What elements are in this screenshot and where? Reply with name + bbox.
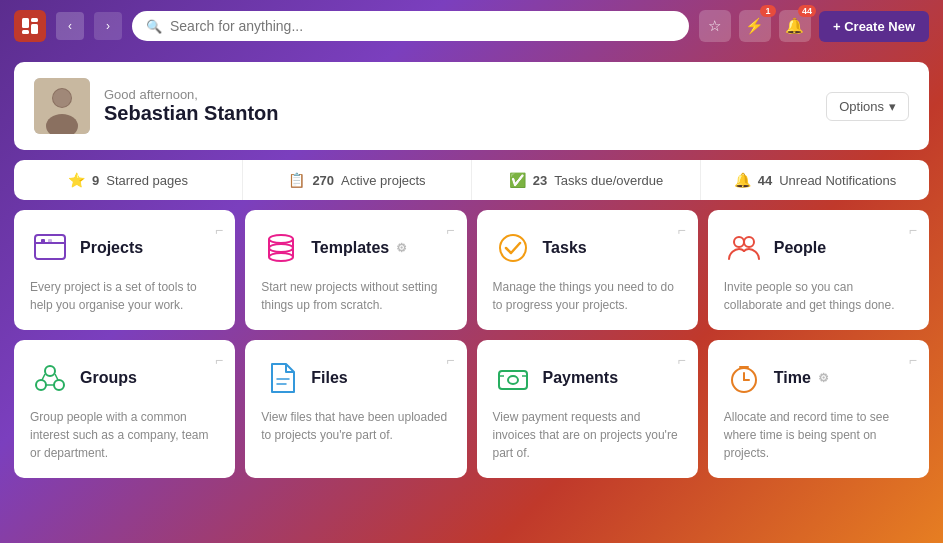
header-actions: ☆ ⚡ 1 🔔 44 + Create New (699, 10, 929, 42)
forward-button[interactable]: › (94, 12, 122, 40)
alert-icon: ⚡ (745, 17, 764, 35)
starred-button[interactable]: ☆ (699, 10, 731, 42)
time-settings-icon: ⚙ (818, 371, 829, 385)
groups-header: Groups (30, 358, 219, 398)
templates-icon (261, 228, 301, 268)
projects-header: Projects (30, 228, 219, 268)
stat-projects[interactable]: 📋 270 Active projects (243, 160, 472, 200)
groups-desc: Group people with a common interest such… (30, 408, 219, 462)
tasks-count: 23 (533, 173, 547, 188)
svg-point-18 (744, 237, 754, 247)
search-icon: 🔍 (146, 19, 162, 34)
starred-label: Starred pages (106, 173, 188, 188)
stat-tasks[interactable]: ✅ 23 Tasks due/overdue (472, 160, 701, 200)
projects-desc: Every project is a set of tools to help … (30, 278, 219, 314)
time-arrow-icon: ⌐ (909, 352, 917, 368)
card-payments[interactable]: ⌐ Payments View payment requests and inv… (477, 340, 698, 478)
notification-button[interactable]: 🔔 44 (779, 10, 811, 42)
main-content: Good afternoon, Sebastian Stanton Option… (0, 52, 943, 492)
people-title: People (774, 239, 826, 257)
projects-arrow-icon: ⌐ (215, 222, 223, 238)
projects-icon (30, 228, 70, 268)
templates-desc: Start new projects without setting thing… (261, 278, 450, 314)
options-button[interactable]: Options ▾ (826, 92, 909, 121)
files-title: Files (311, 369, 347, 387)
projects-title: Projects (80, 239, 143, 257)
card-projects[interactable]: ⌐ Projects Every project is a set of too… (14, 210, 235, 330)
svg-point-19 (45, 366, 55, 376)
svg-point-16 (500, 235, 526, 261)
cards-grid: ⌐ Projects Every project is a set of too… (14, 210, 929, 478)
chevron-down-icon: ▾ (889, 99, 896, 114)
search-bar: 🔍 (132, 11, 689, 41)
files-header: Files (261, 358, 450, 398)
tasks-header: Tasks (493, 228, 682, 268)
notification-badge: 44 (798, 5, 816, 17)
starred-stat-icon: ⭐ (68, 172, 85, 188)
projects-label: Active projects (341, 173, 426, 188)
groups-icon (30, 358, 70, 398)
card-time[interactable]: ⌐ Time ⚙ Allocate and record time to (708, 340, 929, 478)
projects-count: 270 (312, 173, 334, 188)
svg-rect-0 (22, 18, 29, 28)
time-desc: Allocate and record time to see where ti… (724, 408, 913, 462)
svg-rect-27 (499, 371, 527, 389)
stat-starred[interactable]: ⭐ 9 Starred pages (14, 160, 243, 200)
card-templates[interactable]: ⌐ Templates ⚙ Start new projects with (245, 210, 466, 330)
welcome-left: Good afternoon, Sebastian Stanton (34, 78, 278, 134)
greeting: Good afternoon, (104, 87, 278, 102)
templates-title: Templates ⚙ (311, 239, 407, 257)
groups-arrow-icon: ⌐ (215, 352, 223, 368)
logo[interactable] (14, 10, 46, 42)
bell-icon: 🔔 (785, 17, 804, 35)
people-header: People (724, 228, 913, 268)
stats-row: ⭐ 9 Starred pages 📋 270 Active projects … (14, 160, 929, 200)
files-desc: View files that have been uploaded to pr… (261, 408, 450, 444)
svg-line-23 (55, 374, 58, 380)
time-title: Time ⚙ (774, 369, 829, 387)
people-arrow-icon: ⌐ (909, 222, 917, 238)
templates-arrow-icon: ⌐ (446, 222, 454, 238)
time-icon (724, 358, 764, 398)
templates-settings-icon: ⚙ (396, 241, 407, 255)
create-button[interactable]: + Create New (819, 11, 929, 42)
star-icon: ☆ (708, 17, 721, 35)
card-files[interactable]: ⌐ Files View files that have been upload… (245, 340, 466, 478)
search-input[interactable] (170, 18, 675, 34)
templates-header: Templates ⚙ (261, 228, 450, 268)
people-icon (724, 228, 764, 268)
starred-count: 9 (92, 173, 99, 188)
files-arrow-icon: ⌐ (446, 352, 454, 368)
svg-rect-1 (22, 30, 29, 34)
welcome-card: Good afternoon, Sebastian Stanton Option… (14, 62, 929, 150)
payments-desc: View payment requests and invoices that … (493, 408, 682, 462)
card-people[interactable]: ⌐ People Invite people so you can collab… (708, 210, 929, 330)
groups-title: Groups (80, 369, 137, 387)
tasks-stat-icon: ✅ (509, 172, 526, 188)
svg-rect-3 (31, 24, 38, 34)
time-header: Time ⚙ (724, 358, 913, 398)
payments-icon (493, 358, 533, 398)
payments-header: Payments (493, 358, 682, 398)
svg-rect-2 (31, 18, 38, 22)
back-button[interactable]: ‹ (56, 12, 84, 40)
svg-point-12 (269, 244, 293, 252)
tasks-arrow-icon: ⌐ (678, 222, 686, 238)
card-groups[interactable]: ⌐ Groups Group people with a common inte… (14, 340, 235, 478)
svg-point-7 (53, 89, 71, 107)
svg-point-17 (734, 237, 744, 247)
card-tasks[interactable]: ⌐ Tasks Manage the things you need to do… (477, 210, 698, 330)
tasks-desc: Manage the things you need to do to prog… (493, 278, 682, 314)
tasks-title: Tasks (543, 239, 587, 257)
notifications-label: Unread Notifications (779, 173, 896, 188)
stat-notifications[interactable]: 🔔 44 Unread Notifications (701, 160, 929, 200)
svg-line-22 (42, 374, 45, 380)
options-label: Options (839, 99, 884, 114)
svg-rect-9 (41, 239, 45, 243)
alert-button[interactable]: ⚡ 1 (739, 10, 771, 42)
user-name: Sebastian Stanton (104, 102, 278, 125)
notifications-stat-icon: 🔔 (734, 172, 751, 188)
notifications-count: 44 (758, 173, 772, 188)
payments-title: Payments (543, 369, 619, 387)
svg-rect-8 (35, 235, 65, 259)
